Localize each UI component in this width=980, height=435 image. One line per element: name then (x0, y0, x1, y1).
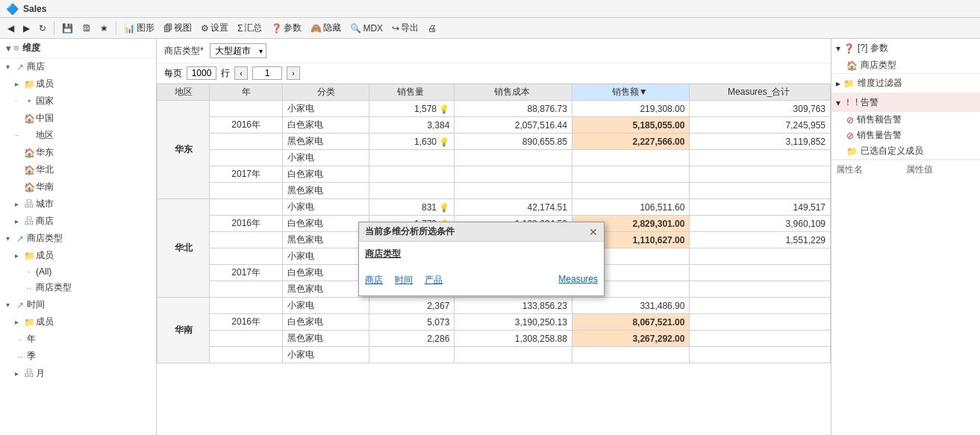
tree-item-city[interactable]: ▸ 品 城市 (0, 195, 156, 213)
cell-rev: 2,227,566.00 (572, 134, 690, 150)
cell-total (690, 150, 831, 166)
refresh-button[interactable]: ↻ (36, 22, 49, 35)
cell-year: 2016年 (210, 314, 283, 331)
popup-col-product[interactable]: 产品 (425, 274, 443, 287)
tree-item-month[interactable]: ▸ 品 月 (0, 365, 156, 382)
cell-year (210, 232, 283, 248)
tree-item-store[interactable]: ▾ ↗ 商店 (0, 58, 156, 75)
tree-item-china[interactable]: 🏠 中国 (0, 110, 156, 127)
filter-bar: 商店类型* 大型超市 (157, 39, 831, 63)
view-icon: 🗐 (163, 23, 172, 34)
table-row: 华南 小家电 2,367 133,856.23 331,486.90 (157, 298, 831, 314)
mdx-icon: 🔍 (350, 23, 361, 34)
param-button[interactable]: ❓ 参数 (268, 20, 305, 36)
save-button[interactable]: 💾 (59, 22, 76, 35)
tree-item-huabei[interactable]: 🏠 华北 (0, 161, 156, 178)
dim-icon-store: ↗ (15, 62, 25, 72)
tree-item-huanan[interactable]: 🏠 华南 (0, 178, 156, 195)
tree-item-member3[interactable]: ▸ 📁 成员 (0, 313, 156, 331)
per-page-input[interactable] (187, 66, 216, 80)
table-row: 黑色家电 1,630 💡 890,655.85 2,227,566.00 3,1… (157, 134, 831, 150)
cell-vol (369, 150, 455, 166)
cell-cat: 黑色家电 (283, 331, 369, 347)
popup-col-time[interactable]: 时间 (395, 274, 413, 287)
params-section-title[interactable]: ▾ ❓ [?] 参数 (831, 39, 980, 57)
col-sales-vol[interactable]: 销售量 (369, 84, 455, 101)
table-row: 2016年 白色家电 3,384 2,057,516.44 5,185,055.… (157, 117, 831, 134)
star-button[interactable]: ★ (97, 22, 111, 35)
right-item-revenue-alert[interactable]: ⊘ 销售额告警 (831, 112, 980, 128)
toggle-region: ·· (15, 131, 22, 140)
next-page-button[interactable]: › (287, 66, 300, 80)
tree-item-storetypechild[interactable]: ·· 商店类型 (0, 279, 156, 296)
alerts-section-title[interactable]: ▾ ！ ! 告警 (831, 93, 980, 112)
right-section-params: ▾ ❓ [?] 参数 🏠 商店类型 (831, 39, 980, 74)
cell-vol: 2,367 (369, 298, 455, 314)
popup-col-store[interactable]: 商店 (365, 274, 383, 287)
right-item-storetype[interactable]: 🏠 商店类型 (831, 57, 980, 73)
cell-cat: 小家电 (283, 101, 369, 117)
popup-dialog: 当前多维分析所选条件 ✕ 商店类型 商店 时间 产品 Measures (358, 222, 605, 296)
tree-item-shops[interactable]: ▸ 品 商店 (0, 213, 156, 230)
tree-item-country[interactable]: · • 国家 (0, 93, 156, 110)
tree-item-time[interactable]: ▾ ↗ 时间 (0, 296, 156, 313)
cell-vol (369, 347, 455, 363)
mdx-button[interactable]: 🔍 MDX (347, 22, 386, 35)
col-cost[interactable]: 销售成本 (455, 84, 572, 101)
prev-page-button[interactable]: ‹ (234, 66, 248, 80)
expand-icon: ▾ (6, 43, 10, 54)
app-title: Sales (23, 4, 46, 14)
store-type-icon: 🏠 (846, 60, 858, 71)
tree-item-member2[interactable]: ▸ 📁 成员 (0, 247, 156, 264)
tree-item-season[interactable]: ·· 季 (0, 348, 156, 365)
toolbar-sep-2 (116, 22, 116, 35)
cell-cost: 3,190,250.13 (455, 314, 572, 331)
tree-item-huadong[interactable]: 🏠 华东 (0, 144, 156, 161)
export-button[interactable]: ↪ 导出 (389, 20, 422, 36)
cell-year (210, 331, 283, 347)
summary-button[interactable]: Σ 汇总 (234, 20, 265, 36)
print-preview-button[interactable]: 🖺 (79, 22, 94, 35)
cell-total (690, 298, 831, 314)
right-item-custom-member[interactable]: 📁 已选自定义成员 (831, 143, 980, 159)
forward-button[interactable]: ▶ (20, 22, 33, 35)
tree-item-member1[interactable]: ▸ 📁 成员 (0, 75, 156, 93)
tree-item-year[interactable]: · 年 (0, 331, 156, 348)
gear-icon: ⚙ (201, 23, 209, 34)
table-row: 华东 小家电 1,578 💡 88,876.73 219,308.00 309,… (157, 101, 831, 117)
dimfilter-icon: 📁 (843, 78, 855, 89)
view-button[interactable]: 🗐 视图 (160, 20, 195, 36)
all-icon: · (24, 266, 34, 277)
hidden-button[interactable]: 🙈 隐藏 (308, 20, 344, 36)
cell-cat: 白色家电 (283, 265, 369, 281)
col-revenue[interactable]: 销售额▼ (572, 84, 690, 101)
cell-cat: 白色家电 (283, 314, 369, 331)
print-button[interactable]: 🖨 (425, 22, 440, 35)
tree-item-region[interactable]: ·· 地区 (0, 127, 156, 144)
toggle-time: ▾ (6, 301, 13, 309)
left-panel: ▾ ≡ 维度 ▾ ↗ 商店 ▸ 📁 成员 · • 国家 (0, 39, 157, 435)
store-type-select[interactable]: 大型超市 (210, 43, 266, 58)
cell-vol: 3,384 (369, 117, 455, 134)
page-number-input[interactable] (252, 66, 282, 80)
back-button[interactable]: ◀ (4, 22, 17, 35)
toolbar: ◀ ▶ ↻ 💾 🖺 ★ 📊 图形 🗐 视图 ⚙ 设置 Σ 汇总 ❓ 参数 🙈 隐… (0, 18, 980, 39)
table-row: 2017年 白色家电 (157, 166, 831, 183)
col-total[interactable]: Measures_合计 (690, 84, 831, 101)
toggle-member1: ▸ (15, 80, 22, 88)
tree-item-storetype[interactable]: ▾ ↗ 商店类型 (0, 230, 156, 247)
right-item-sales-alert[interactable]: ⊘ 销售量告警 (831, 128, 980, 143)
popup-close-button[interactable]: ✕ (589, 226, 598, 238)
prop-name-header: 属性名 (836, 163, 906, 176)
dim-icon-time: ↗ (15, 300, 25, 310)
app-icon: 🔷 (6, 3, 19, 15)
cell-cost: 133,856.23 (455, 298, 572, 314)
chart-button[interactable]: 📊 图形 (121, 20, 157, 36)
expand-dimfilter-icon: ▸ (836, 78, 840, 89)
popup-col-measures[interactable]: Measures (558, 274, 598, 287)
cell-vol: 1,630 💡 (369, 134, 455, 150)
dimfilter-section-title[interactable]: ▸ 📁 维度过滤器 (831, 74, 980, 93)
tree-item-all[interactable]: · (All) (0, 264, 156, 279)
settings-button[interactable]: ⚙ 设置 (198, 20, 231, 36)
season-icon: ·· (15, 351, 25, 362)
